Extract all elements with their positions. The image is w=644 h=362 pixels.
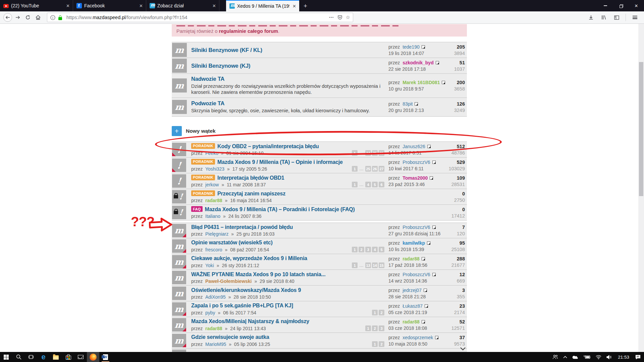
onedrive-icon[interactable] bbox=[571, 352, 580, 362]
page-number-button[interactable]: 3 bbox=[379, 325, 384, 331]
volume-icon[interactable] bbox=[605, 352, 613, 362]
page-number-button[interactable]: 4 bbox=[365, 182, 371, 187]
page-number-button[interactable]: 15 bbox=[379, 262, 384, 268]
page-number-button[interactable]: 1 bbox=[372, 310, 378, 315]
library-button[interactable] bbox=[599, 12, 609, 22]
last-post-author-link[interactable]: ProboszczV6 bbox=[402, 160, 430, 165]
last-post-author-link[interactable]: radar88 bbox=[402, 256, 420, 261]
last-post-author-link[interactable]: kamilwlkp bbox=[402, 240, 425, 246]
window-restore-button[interactable] bbox=[613, 0, 629, 11]
topic-title-link[interactable]: Przeczytaj zanim napiszesz bbox=[217, 191, 285, 196]
wifi-icon[interactable] bbox=[594, 352, 603, 362]
topic-row[interactable]: ! PORADNIKPrzeczytaj zanim napiszesz prz… bbox=[172, 189, 467, 205]
page-number-button[interactable]: 5 bbox=[379, 247, 384, 252]
topic-row[interactable]: ! FAQMazda Xedos 9 / Millenia (TA) – Por… bbox=[172, 205, 467, 221]
tab-close-icon[interactable]: ✕ bbox=[65, 3, 70, 8]
topic-title-link[interactable]: Interpretacja błędów OBD1 bbox=[217, 175, 284, 180]
topic-row[interactable]: m Mazda Xedos/Millenia| Najstarszy & naj… bbox=[172, 317, 467, 333]
bookmark-star-icon[interactable]: ☆ bbox=[346, 14, 350, 20]
page-number-button[interactable]: 1 bbox=[365, 325, 371, 331]
page-number-button[interactable]: 2 bbox=[372, 325, 378, 331]
page-number-button[interactable]: 13 bbox=[365, 262, 371, 268]
topic-title-link[interactable]: Ciekawe aukcje, wyprzedaże Xedos 9 i Mil… bbox=[191, 255, 307, 261]
topic-row[interactable]: m WAŻNE PYTANIE Mazda Xedos 9 po 10 lata… bbox=[172, 270, 467, 286]
forum-row[interactable]: m Silniki Benzynowe (KJ) przez szkodnik_… bbox=[172, 58, 467, 74]
topic-row[interactable]: m Ciekawe aukcje, wyprzedaże Xedos 9 i M… bbox=[172, 254, 467, 270]
browser-tab[interactable]: Zobacz dział ✕ bbox=[146, 0, 219, 11]
forum-row[interactable]: m Silniki Benzynowe (KF / KL) przez tede… bbox=[172, 42, 467, 58]
search-button[interactable] bbox=[12, 352, 25, 362]
file-explorer-icon[interactable] bbox=[50, 352, 62, 362]
topic-starter-link[interactable]: Yoshi323 bbox=[205, 166, 224, 172]
forum-title-link[interactable]: Silniki Benzynowe (KF / KL) bbox=[191, 47, 262, 53]
browser-tab[interactable]: Xedos 9 / Millenia TA (1993–20 ✕ bbox=[226, 0, 299, 11]
browser-tab[interactable]: (22) YouTube ✕ bbox=[0, 0, 73, 11]
last-post-author-link[interactable]: szkodnik_byd bbox=[402, 60, 434, 65]
topic-title-link[interactable]: Zapala i po 5 sek.gaśnie PB+LPG [TA KJ] bbox=[191, 303, 293, 308]
forum-title-link[interactable]: Podwozie TA bbox=[191, 100, 224, 106]
last-post-author-link[interactable]: ProboszczV6 bbox=[402, 272, 430, 277]
last-post-author-link[interactable]: ProboszczV6 bbox=[402, 225, 430, 230]
last-post-author-link[interactable]: Tomas2000 bbox=[402, 175, 428, 181]
goto-last-post-icon[interactable] bbox=[425, 304, 428, 308]
last-post-author-link[interactable]: radar88 bbox=[402, 319, 420, 324]
back-button[interactable] bbox=[3, 12, 13, 22]
topic-title-link[interactable]: Oświetlenie/kierunkowskazy/Mazda Xedos 9 bbox=[191, 287, 301, 293]
goto-last-post-icon[interactable] bbox=[427, 145, 431, 148]
topic-row[interactable]: m Oświetlenie/kierunkowskazy/Mazda Xedos… bbox=[172, 286, 467, 301]
action-center-icon[interactable] bbox=[634, 352, 642, 362]
tab-close-icon[interactable]: ✕ bbox=[212, 3, 217, 8]
topic-starter-link[interactable]: radar88 bbox=[205, 198, 222, 203]
page-number-button[interactable]: 27 bbox=[379, 166, 384, 172]
last-post-author-link[interactable]: xedosprzemek bbox=[402, 335, 433, 340]
page-number-button[interactable]: 24 bbox=[365, 150, 371, 156]
https-lock-icon[interactable] bbox=[58, 17, 62, 20]
forum-rules-link[interactable]: regulaminie całego forum bbox=[219, 28, 278, 34]
last-post-author-link[interactable]: Janusz626 bbox=[402, 144, 425, 149]
page-number-button[interactable]: 5 bbox=[372, 182, 378, 187]
goto-last-post-icon[interactable] bbox=[415, 102, 418, 106]
firefox-taskbar-icon[interactable] bbox=[87, 352, 99, 362]
page-number-button[interactable]: 1 bbox=[352, 166, 358, 172]
last-post-author-link[interactable]: Łukasz87 bbox=[402, 303, 423, 309]
tab-close-icon[interactable]: ✕ bbox=[292, 4, 297, 9]
downloads-button[interactable] bbox=[586, 12, 596, 22]
sidebar-button[interactable] bbox=[611, 12, 622, 22]
new-tab-button[interactable]: + bbox=[299, 0, 312, 11]
topic-row[interactable]: ! PORADNIKKody OBD2 – pytania/interpreta… bbox=[172, 142, 467, 158]
goto-last-post-icon[interactable] bbox=[442, 81, 445, 84]
page-number-button[interactable]: 25 bbox=[365, 166, 371, 172]
page-number-button[interactable]: 26 bbox=[379, 150, 384, 156]
page-number-button[interactable]: 3 bbox=[365, 247, 371, 252]
topic-starter-link[interactable]: Pielęgniarz bbox=[205, 231, 228, 237]
forward-button[interactable] bbox=[13, 12, 23, 22]
page-actions-button[interactable]: ••• bbox=[329, 16, 334, 19]
goto-last-post-icon[interactable] bbox=[432, 161, 436, 164]
window-minimize-button[interactable] bbox=[598, 0, 613, 11]
page-number-button[interactable]: 2 bbox=[379, 341, 384, 347]
topic-title-link[interactable]: Mazda Xedos 9 / Millenia (TA) – Opinie i… bbox=[217, 159, 343, 165]
new-topic-label[interactable]: Nowy wątek bbox=[186, 128, 216, 134]
goto-last-post-icon[interactable] bbox=[436, 61, 439, 64]
pocket-icon[interactable] bbox=[337, 15, 342, 20]
last-post-author-link[interactable]: Marek 161BD081 bbox=[402, 80, 440, 85]
store-icon[interactable] bbox=[62, 352, 74, 362]
page-number-button[interactable]: 25 bbox=[372, 150, 378, 156]
edge-icon[interactable]: e bbox=[37, 352, 50, 362]
goto-last-post-icon[interactable] bbox=[427, 241, 430, 245]
forum-row[interactable]: m Podwozie TA Skrzynia biegów, sprzęgło,… bbox=[172, 98, 467, 117]
reload-button[interactable] bbox=[23, 12, 33, 22]
topic-row[interactable]: m Opinie warsztatów (wiesiek5 etc) przez… bbox=[172, 238, 467, 254]
topic-starter-link[interactable]: AdiXon95 bbox=[205, 294, 226, 300]
last-post-author-link[interactable]: tede190 bbox=[402, 44, 420, 50]
topic-starter-link[interactable]: Yoki bbox=[205, 263, 214, 268]
tray-expand-chevron-icon[interactable] bbox=[562, 352, 569, 362]
goto-last-post-icon[interactable] bbox=[424, 289, 427, 292]
page-number-button[interactable]: 1 bbox=[352, 182, 358, 187]
forum-title-link[interactable]: Nadwozie TA bbox=[191, 76, 224, 82]
topic-row[interactable]: m Zapala i po 5 sek.gaśnie PB+LPG [TA KJ… bbox=[172, 301, 467, 317]
topic-title-link[interactable]: Mazda Xedos/Millenia| Najstarszy & najmł… bbox=[191, 318, 309, 324]
goto-last-post-icon[interactable] bbox=[432, 273, 436, 276]
window-close-button[interactable]: ✕ bbox=[629, 0, 644, 11]
topic-title-link[interactable]: Gdzie serwisujecie swoje autka bbox=[191, 334, 269, 340]
